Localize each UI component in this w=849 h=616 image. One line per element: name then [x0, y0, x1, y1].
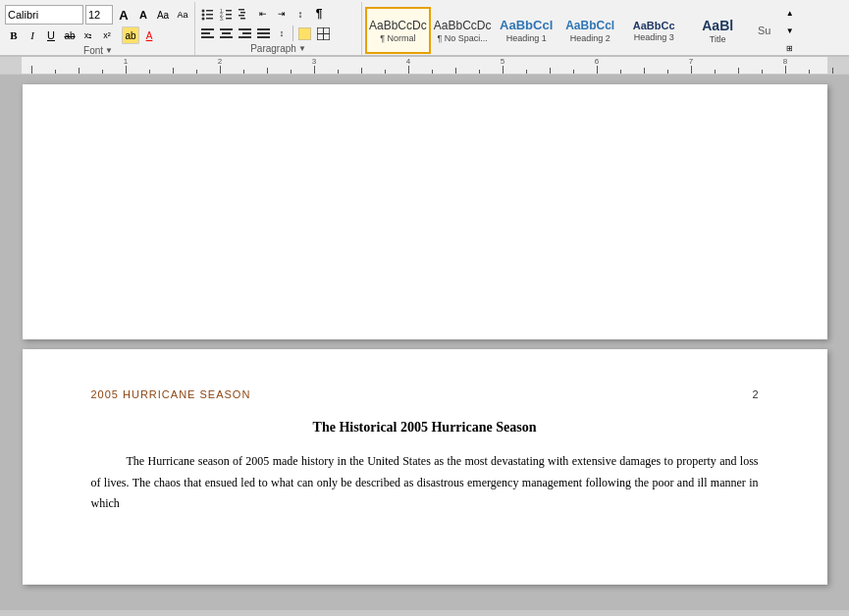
svg-rect-24 — [239, 36, 251, 38]
svg-point-4 — [201, 17, 204, 20]
svg-rect-7 — [226, 10, 232, 12]
style-heading3-label: Heading 3 — [634, 32, 674, 42]
clear-formatting-button[interactable]: Aa — [174, 6, 191, 24]
svg-rect-15 — [240, 18, 245, 20]
font-section: Calibri 12 A A Aa Aa B I U ab x₂ x² ab A — [2, 2, 195, 55]
style-title-label: Title — [710, 34, 726, 44]
justify-button[interactable] — [254, 25, 272, 42]
style-subtitle-button[interactable]: Su — [750, 7, 779, 54]
svg-rect-12 — [239, 9, 244, 11]
svg-point-2 — [201, 13, 204, 16]
page-2: 2005 HURRICANE SEASON 2 The Historical 2… — [23, 349, 827, 585]
font-name-input[interactable]: Calibri — [5, 5, 83, 25]
svg-rect-22 — [239, 28, 251, 30]
svg-rect-17 — [201, 32, 210, 34]
align-center-button[interactable] — [217, 25, 235, 42]
page-header: 2005 HURRICANE SEASON 2 — [91, 388, 759, 400]
style-nospacing-button[interactable]: AaBbCcDc ¶ No Spaci... — [431, 7, 495, 54]
svg-rect-28 — [298, 27, 311, 40]
change-case-button[interactable]: Aa — [154, 6, 172, 24]
svg-rect-1 — [206, 10, 213, 12]
style-nospacing-label: ¶ No Spaci... — [438, 33, 488, 43]
page-number: 2 — [752, 388, 758, 400]
svg-rect-11 — [226, 18, 232, 20]
line-spacing-button[interactable]: ↕ — [273, 25, 291, 42]
doc-body[interactable]: The Hurricane season of 2005 made histor… — [91, 451, 759, 515]
svg-text:3.: 3. — [220, 16, 224, 21]
paragraph-section: 1.2.3. ⇤ ⇥ ↕ ¶ — [195, 2, 362, 55]
superscript-button[interactable]: x² — [98, 26, 116, 44]
paragraph-section-label: Paragraph ▼ — [198, 42, 358, 56]
style-title-button[interactable]: AaBl Title — [686, 7, 750, 54]
decrease-indent-button[interactable]: ⇤ — [254, 5, 272, 23]
svg-rect-3 — [206, 14, 213, 16]
borders-button[interactable] — [314, 25, 332, 42]
numbering-button[interactable]: 1.2.3. — [217, 5, 235, 23]
align-left-button[interactable] — [198, 25, 216, 42]
bold-button[interactable]: B — [5, 26, 23, 44]
style-title-preview: AaBl — [702, 18, 733, 33]
doc-title: The Historical 2005 Hurricane Season — [91, 420, 759, 436]
style-heading3-button[interactable]: AaBbCc Heading 3 — [622, 7, 686, 54]
font-grow-button[interactable]: A — [115, 6, 133, 24]
increase-indent-button[interactable]: ⇥ — [273, 5, 291, 23]
page-1 — [23, 84, 827, 339]
style-heading1-button[interactable]: AaBbCcl Heading 1 — [495, 7, 558, 54]
toolbar: Calibri 12 A A Aa Aa B I U ab x₂ x² ab A — [0, 0, 849, 57]
svg-rect-14 — [239, 15, 244, 17]
style-subtitle-preview: Su — [758, 25, 770, 36]
svg-rect-9 — [226, 14, 232, 16]
style-heading2-label: Heading 2 — [570, 33, 610, 43]
multilevel-button[interactable] — [236, 5, 253, 23]
paragraph-expand-icon[interactable]: ▼ — [298, 44, 306, 53]
style-normal-label: ¶ Normal — [380, 33, 415, 43]
styles-section: AaBbCcDc ¶ Normal AaBbCcDc ¶ No Spaci...… — [362, 2, 847, 55]
document-area[interactable]: 2005 HURRICANE SEASON 2 The Historical 2… — [0, 75, 849, 610]
svg-rect-27 — [257, 36, 270, 38]
show-formatting-button[interactable]: ¶ — [310, 5, 328, 23]
svg-rect-25 — [257, 28, 270, 30]
ruler — [0, 57, 849, 75]
underline-button[interactable]: U — [42, 26, 60, 44]
style-nospacing-preview: AaBbCcDc — [434, 19, 492, 32]
svg-rect-13 — [240, 12, 245, 14]
align-right-button[interactable] — [236, 25, 253, 42]
font-shrink-button[interactable]: A — [134, 6, 152, 24]
svg-rect-5 — [206, 18, 213, 20]
ruler-canvas — [0, 57, 849, 74]
sort-button[interactable]: ↕ — [292, 5, 309, 23]
bullets-button[interactable] — [198, 5, 216, 23]
font-expand-icon[interactable]: ▼ — [105, 46, 113, 55]
svg-rect-26 — [257, 32, 270, 34]
style-heading2-preview: AaBbCcl — [565, 19, 614, 32]
svg-rect-19 — [220, 28, 233, 30]
style-heading1-preview: AaBbCcl — [500, 18, 553, 32]
style-heading3-preview: AaBbCc — [633, 20, 675, 31]
strikethrough-button[interactable]: ab — [61, 26, 79, 44]
svg-rect-21 — [220, 36, 233, 38]
svg-rect-20 — [222, 32, 231, 34]
italic-button[interactable]: I — [24, 26, 41, 44]
styles-more-button[interactable]: ⊞ — [781, 39, 799, 57]
svg-rect-18 — [201, 36, 214, 38]
style-normal-button[interactable]: AaBbCcDc ¶ Normal — [365, 7, 431, 54]
styles-scroll-down-button[interactable]: ▼ — [781, 22, 799, 39]
shading-button[interactable] — [295, 25, 313, 42]
subscript-button[interactable]: x₂ — [80, 26, 97, 44]
font-size-input[interactable]: 12 — [85, 5, 113, 25]
style-heading2-button[interactable]: AaBbCcl Heading 2 — [558, 7, 622, 54]
page-header-title: 2005 HURRICANE SEASON — [91, 388, 251, 400]
style-heading1-label: Heading 1 — [506, 33, 547, 43]
svg-rect-23 — [242, 32, 251, 34]
svg-point-0 — [201, 9, 204, 12]
styles-scroll-up-button[interactable]: ▲ — [781, 4, 799, 22]
font-section-label: Font ▼ — [5, 44, 191, 58]
style-normal-preview: AaBbCcDc — [369, 19, 427, 32]
font-color-button[interactable]: A — [140, 26, 158, 44]
highlight-button[interactable]: ab — [122, 26, 139, 44]
svg-rect-16 — [201, 28, 214, 30]
